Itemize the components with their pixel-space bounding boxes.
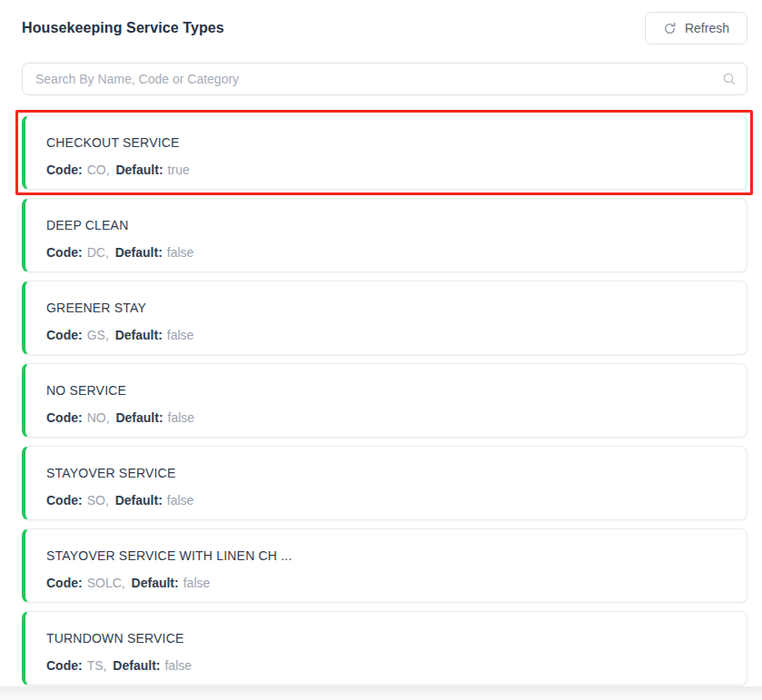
service-list: CHECKOUT SERVICE Code:CO, Default:true D… xyxy=(22,115,747,685)
default-label: Default: xyxy=(115,245,163,260)
code-label: Code: xyxy=(46,658,83,673)
service-card[interactable]: NO SERVICE Code:NO, Default:false xyxy=(22,363,747,438)
service-name: STAYOVER SERVICE xyxy=(46,466,725,480)
code-label: Code: xyxy=(46,493,83,508)
code-label: Code: xyxy=(46,163,83,177)
service-name: GREENER STAY xyxy=(46,301,725,315)
service-meta: Code:CO, Default:true xyxy=(46,163,725,177)
search-bar xyxy=(22,63,747,95)
default-value: true xyxy=(168,163,190,177)
code-value: CO, xyxy=(87,163,110,177)
housekeeping-service-types-page: Housekeeping Service Types Refresh CHECK… xyxy=(0,0,762,685)
service-name: DEEP CLEAN xyxy=(46,218,725,232)
refresh-button-label: Refresh xyxy=(685,21,729,35)
code-value: SOLC, xyxy=(87,576,125,590)
page-header: Housekeeping Service Types Refresh xyxy=(22,11,747,45)
default-label: Default: xyxy=(115,410,163,425)
service-card[interactable]: CHECKOUT SERVICE Code:CO, Default:true xyxy=(22,115,747,190)
service-card[interactable]: STAYOVER SERVICE Code:SO, Default:false xyxy=(22,446,747,520)
service-card[interactable]: DEEP CLEAN Code:DC, Default:false xyxy=(22,198,747,272)
default-label: Default: xyxy=(132,576,179,590)
page-bottom-background xyxy=(0,686,762,700)
default-value: false xyxy=(183,576,211,590)
code-value: SO, xyxy=(87,493,109,508)
code-value: GS, xyxy=(87,328,109,342)
default-value: false xyxy=(168,410,195,425)
service-card[interactable]: TURNDOWN SERVICE Code:TS, Default:false xyxy=(22,611,747,685)
default-label: Default: xyxy=(115,328,163,342)
code-label: Code: xyxy=(46,410,83,425)
page-title: Housekeeping Service Types xyxy=(22,20,224,36)
default-value: false xyxy=(167,245,194,260)
refresh-button[interactable]: Refresh xyxy=(645,12,747,44)
default-label: Default: xyxy=(115,493,163,508)
default-value: false xyxy=(167,493,194,508)
code-label: Code: xyxy=(46,576,83,590)
code-label: Code: xyxy=(46,245,83,260)
refresh-icon xyxy=(663,22,677,35)
service-name: TURNDOWN SERVICE xyxy=(46,631,725,646)
code-value: NO, xyxy=(87,410,110,425)
search-icon xyxy=(722,72,737,86)
default-value: false xyxy=(164,658,192,673)
service-meta: Code:GS, Default:false xyxy=(46,328,725,342)
service-card[interactable]: STAYOVER SERVICE WITH LINEN CH ... Code:… xyxy=(22,528,747,603)
service-card[interactable]: GREENER STAY Code:GS, Default:false xyxy=(22,281,747,355)
service-meta: Code:TS, Default:false xyxy=(46,658,725,673)
service-meta: Code:SO, Default:false xyxy=(46,493,725,508)
service-name: NO SERVICE xyxy=(46,383,725,398)
service-name: STAYOVER SERVICE WITH LINEN CH ... xyxy=(46,548,725,563)
code-label: Code: xyxy=(46,328,83,342)
service-meta: Code:NO, Default:false xyxy=(46,410,725,425)
default-label: Default: xyxy=(113,658,160,673)
service-meta: Code:DC, Default:false xyxy=(46,245,725,260)
search-input[interactable] xyxy=(22,63,747,95)
default-label: Default: xyxy=(115,163,163,177)
service-meta: Code:SOLC, Default:false xyxy=(46,576,725,590)
code-value: DC, xyxy=(87,245,109,260)
service-name: CHECKOUT SERVICE xyxy=(46,135,725,150)
default-value: false xyxy=(167,328,194,342)
code-value: TS, xyxy=(87,658,107,673)
